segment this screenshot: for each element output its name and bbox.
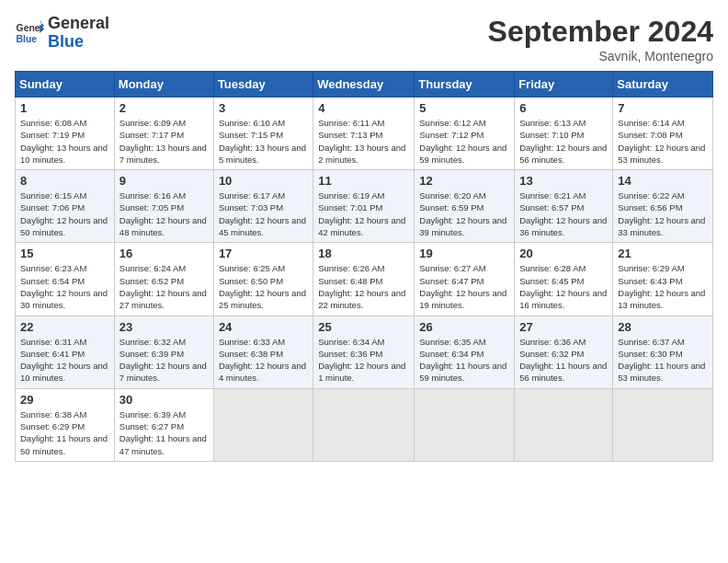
day-info: Sunrise: 6:17 AM Sunset: 7:03 PM Dayligh… bbox=[219, 190, 308, 238]
calendar-cell: 22Sunrise: 6:31 AM Sunset: 6:41 PM Dayli… bbox=[16, 316, 115, 388]
day-info: Sunrise: 6:13 AM Sunset: 7:10 PM Dayligh… bbox=[519, 117, 608, 166]
calendar-cell: 8Sunrise: 6:15 AM Sunset: 7:06 PM Daylig… bbox=[16, 170, 115, 243]
day-number: 20 bbox=[519, 247, 608, 260]
calendar-week-4: 22Sunrise: 6:31 AM Sunset: 6:41 PM Dayli… bbox=[16, 316, 713, 388]
day-number: 3 bbox=[219, 101, 308, 115]
calendar-cell: 15Sunrise: 6:23 AM Sunset: 6:54 PM Dayli… bbox=[16, 243, 115, 316]
calendar-header-row: SundayMondayTuesdayWednesdayThursdayFrid… bbox=[16, 72, 713, 98]
day-number: 8 bbox=[20, 174, 109, 188]
day-info: Sunrise: 6:10 AM Sunset: 7:15 PM Dayligh… bbox=[219, 117, 308, 166]
day-info: Sunrise: 6:28 AM Sunset: 6:45 PM Dayligh… bbox=[519, 262, 608, 311]
day-number: 16 bbox=[119, 247, 209, 260]
day-info: Sunrise: 6:09 AM Sunset: 7:17 PM Dayligh… bbox=[119, 117, 209, 166]
calendar-cell: 13Sunrise: 6:21 AM Sunset: 6:57 PM Dayli… bbox=[515, 170, 613, 243]
calendar-cell bbox=[213, 388, 313, 461]
day-info: Sunrise: 6:11 AM Sunset: 7:13 PM Dayligh… bbox=[318, 117, 409, 166]
calendar-week-5: 29Sunrise: 6:38 AM Sunset: 6:29 PM Dayli… bbox=[16, 388, 713, 461]
day-number: 23 bbox=[119, 320, 209, 334]
day-number: 26 bbox=[419, 320, 509, 334]
day-number: 9 bbox=[119, 174, 209, 188]
calendar-cell: 10Sunrise: 6:17 AM Sunset: 7:03 PM Dayli… bbox=[213, 170, 313, 243]
calendar-cell: 20Sunrise: 6:28 AM Sunset: 6:45 PM Dayli… bbox=[515, 243, 613, 316]
day-number: 27 bbox=[519, 320, 608, 334]
day-number: 14 bbox=[618, 174, 708, 188]
weekday-header-friday: Friday bbox=[515, 72, 613, 98]
day-info: Sunrise: 6:35 AM Sunset: 6:34 PM Dayligh… bbox=[419, 336, 509, 385]
calendar-cell bbox=[613, 388, 713, 461]
calendar-cell: 4Sunrise: 6:11 AM Sunset: 7:13 PM Daylig… bbox=[313, 98, 415, 170]
day-info: Sunrise: 6:26 AM Sunset: 6:48 PM Dayligh… bbox=[318, 262, 409, 311]
calendar-cell: 17Sunrise: 6:25 AM Sunset: 6:50 PM Dayli… bbox=[213, 243, 313, 316]
calendar-week-3: 15Sunrise: 6:23 AM Sunset: 6:54 PM Dayli… bbox=[16, 243, 713, 316]
day-info: Sunrise: 6:37 AM Sunset: 6:30 PM Dayligh… bbox=[618, 336, 708, 385]
day-info: Sunrise: 6:34 AM Sunset: 6:36 PM Dayligh… bbox=[318, 336, 409, 385]
day-number: 21 bbox=[618, 247, 708, 260]
logo-general-text: General bbox=[48, 15, 109, 33]
day-number: 7 bbox=[618, 101, 708, 115]
day-number: 30 bbox=[119, 393, 209, 407]
day-info: Sunrise: 6:14 AM Sunset: 7:08 PM Dayligh… bbox=[618, 117, 708, 166]
weekday-header-saturday: Saturday bbox=[613, 72, 713, 98]
calendar-cell bbox=[415, 388, 515, 461]
title-block: September 2024 Savnik, Montenegro bbox=[488, 15, 713, 63]
calendar-cell: 5Sunrise: 6:12 AM Sunset: 7:12 PM Daylig… bbox=[415, 98, 515, 170]
calendar-cell bbox=[515, 388, 613, 461]
calendar-cell: 7Sunrise: 6:14 AM Sunset: 7:08 PM Daylig… bbox=[613, 98, 713, 170]
day-info: Sunrise: 6:16 AM Sunset: 7:05 PM Dayligh… bbox=[119, 190, 209, 238]
day-number: 29 bbox=[20, 393, 109, 407]
calendar-cell: 2Sunrise: 6:09 AM Sunset: 7:17 PM Daylig… bbox=[114, 98, 213, 170]
day-number: 5 bbox=[419, 101, 509, 115]
day-info: Sunrise: 6:22 AM Sunset: 6:56 PM Dayligh… bbox=[618, 190, 708, 238]
calendar-cell bbox=[313, 388, 415, 461]
day-number: 11 bbox=[318, 174, 409, 188]
day-info: Sunrise: 6:27 AM Sunset: 6:47 PM Dayligh… bbox=[419, 262, 509, 311]
weekday-header-monday: Monday bbox=[114, 72, 213, 98]
page-header: General Blue General Blue September 2024… bbox=[15, 15, 713, 63]
calendar-cell: 3Sunrise: 6:10 AM Sunset: 7:15 PM Daylig… bbox=[213, 98, 313, 170]
day-info: Sunrise: 6:39 AM Sunset: 6:27 PM Dayligh… bbox=[119, 408, 209, 457]
calendar-week-1: 1Sunrise: 6:08 AM Sunset: 7:19 PM Daylig… bbox=[16, 98, 713, 170]
calendar-week-2: 8Sunrise: 6:15 AM Sunset: 7:06 PM Daylig… bbox=[16, 170, 713, 243]
calendar-cell: 24Sunrise: 6:33 AM Sunset: 6:38 PM Dayli… bbox=[213, 316, 313, 388]
calendar-cell: 21Sunrise: 6:29 AM Sunset: 6:43 PM Dayli… bbox=[613, 243, 713, 316]
day-number: 25 bbox=[318, 320, 409, 334]
day-number: 6 bbox=[519, 101, 608, 115]
day-number: 1 bbox=[20, 101, 109, 115]
day-info: Sunrise: 6:32 AM Sunset: 6:39 PM Dayligh… bbox=[119, 336, 209, 385]
calendar-cell: 14Sunrise: 6:22 AM Sunset: 6:56 PM Dayli… bbox=[613, 170, 713, 243]
day-info: Sunrise: 6:36 AM Sunset: 6:32 PM Dayligh… bbox=[519, 336, 608, 385]
day-info: Sunrise: 6:25 AM Sunset: 6:50 PM Dayligh… bbox=[219, 262, 308, 311]
day-number: 2 bbox=[119, 101, 209, 115]
weekday-header-tuesday: Tuesday bbox=[213, 72, 313, 98]
day-info: Sunrise: 6:38 AM Sunset: 6:29 PM Dayligh… bbox=[20, 408, 109, 457]
logo-icon: General Blue bbox=[15, 18, 44, 48]
day-number: 4 bbox=[318, 101, 409, 115]
calendar-cell: 26Sunrise: 6:35 AM Sunset: 6:34 PM Dayli… bbox=[415, 316, 515, 388]
day-info: Sunrise: 6:33 AM Sunset: 6:38 PM Dayligh… bbox=[219, 336, 308, 385]
day-number: 18 bbox=[318, 247, 409, 260]
day-info: Sunrise: 6:31 AM Sunset: 6:41 PM Dayligh… bbox=[20, 336, 109, 385]
day-number: 19 bbox=[419, 247, 509, 260]
day-number: 24 bbox=[219, 320, 308, 334]
day-info: Sunrise: 6:19 AM Sunset: 7:01 PM Dayligh… bbox=[318, 190, 409, 238]
calendar-cell: 12Sunrise: 6:20 AM Sunset: 6:59 PM Dayli… bbox=[415, 170, 515, 243]
day-info: Sunrise: 6:20 AM Sunset: 6:59 PM Dayligh… bbox=[419, 190, 509, 238]
calendar-cell: 30Sunrise: 6:39 AM Sunset: 6:27 PM Dayli… bbox=[114, 388, 213, 461]
day-info: Sunrise: 6:15 AM Sunset: 7:06 PM Dayligh… bbox=[20, 190, 109, 238]
location: Savnik, Montenegro bbox=[488, 49, 713, 63]
calendar-cell: 16Sunrise: 6:24 AM Sunset: 6:52 PM Dayli… bbox=[114, 243, 213, 316]
calendar-cell: 27Sunrise: 6:36 AM Sunset: 6:32 PM Dayli… bbox=[515, 316, 613, 388]
calendar-cell: 25Sunrise: 6:34 AM Sunset: 6:36 PM Dayli… bbox=[313, 316, 415, 388]
weekday-header-sunday: Sunday bbox=[16, 72, 115, 98]
logo: General Blue General Blue bbox=[15, 15, 109, 52]
svg-text:Blue: Blue bbox=[17, 33, 38, 43]
logo-blue-text: Blue bbox=[48, 33, 109, 52]
day-info: Sunrise: 6:23 AM Sunset: 6:54 PM Dayligh… bbox=[20, 262, 109, 311]
day-number: 17 bbox=[219, 247, 308, 260]
calendar-cell: 29Sunrise: 6:38 AM Sunset: 6:29 PM Dayli… bbox=[16, 388, 115, 461]
day-number: 12 bbox=[419, 174, 509, 188]
calendar-cell: 1Sunrise: 6:08 AM Sunset: 7:19 PM Daylig… bbox=[16, 98, 115, 170]
calendar-cell: 6Sunrise: 6:13 AM Sunset: 7:10 PM Daylig… bbox=[515, 98, 613, 170]
day-info: Sunrise: 6:08 AM Sunset: 7:19 PM Dayligh… bbox=[20, 117, 109, 166]
day-info: Sunrise: 6:21 AM Sunset: 6:57 PM Dayligh… bbox=[519, 190, 608, 238]
